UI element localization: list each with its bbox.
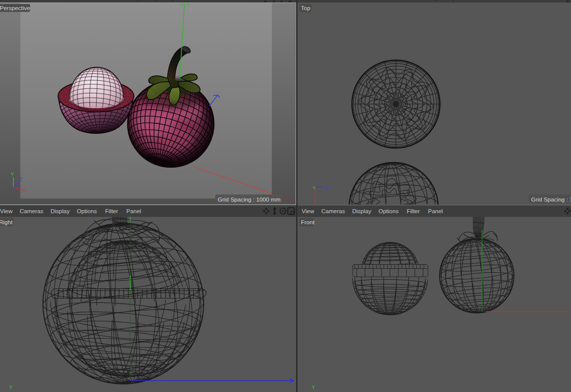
svg-text:Right: Right bbox=[0, 219, 13, 225]
svg-text:Display: Display bbox=[352, 208, 371, 214]
svg-text:Y: Y bbox=[313, 185, 316, 190]
svg-text:Cameras: Cameras bbox=[20, 208, 43, 214]
svg-text:Options: Options bbox=[378, 208, 399, 214]
svg-text:Grid Spacing : 1: Grid Spacing : 1 bbox=[531, 197, 571, 203]
svg-text:Top: Top bbox=[301, 5, 311, 11]
svg-text:Y: Y bbox=[312, 385, 315, 390]
svg-text:Y: Y bbox=[9, 385, 13, 390]
svg-text:Display: Display bbox=[51, 208, 70, 214]
svg-text:Z: Z bbox=[19, 177, 22, 182]
svg-text:Cameras: Cameras bbox=[321, 208, 345, 214]
svg-text:Z: Z bbox=[326, 184, 329, 190]
svg-text:View: View bbox=[0, 208, 13, 214]
svg-text:Front: Front bbox=[301, 219, 315, 225]
svg-text:Panel: Panel bbox=[428, 208, 443, 214]
svg-text:Perspective: Perspective bbox=[0, 5, 30, 11]
svg-text:X: X bbox=[22, 188, 26, 193]
svg-text:Filter: Filter bbox=[407, 208, 420, 214]
svg-text:Panel: Panel bbox=[126, 208, 141, 214]
svg-text:Y: Y bbox=[11, 172, 14, 177]
svg-text:Options: Options bbox=[77, 208, 97, 214]
svg-text:X: X bbox=[313, 198, 316, 203]
svg-text:Filter: Filter bbox=[105, 208, 118, 214]
svg-text:View: View bbox=[302, 208, 314, 214]
svg-text:Grid Spacing : 1000 mm: Grid Spacing : 1000 mm bbox=[218, 197, 280, 203]
